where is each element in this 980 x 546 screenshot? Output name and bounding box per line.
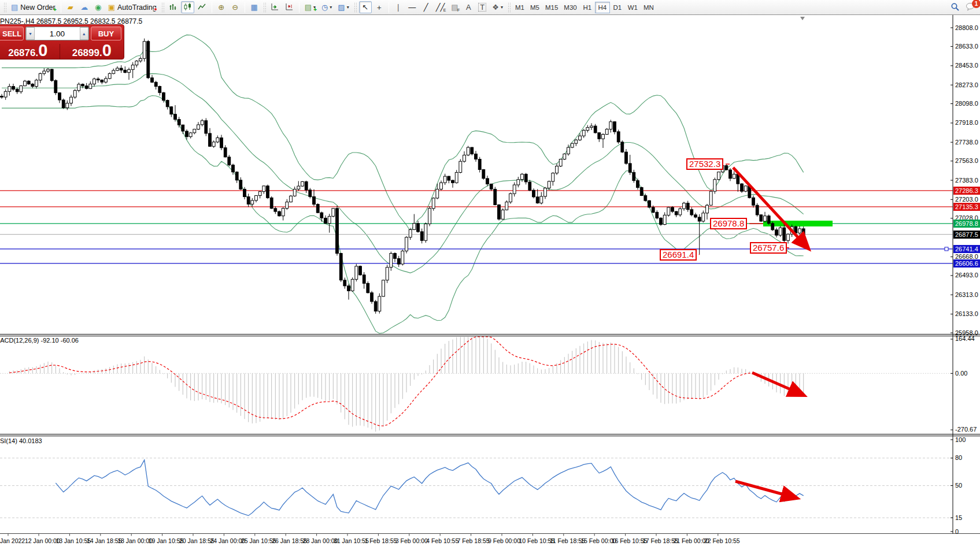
price-callout-27532.3[interactable]: 27532.3 [686, 158, 723, 170]
buy-button[interactable]: BUY [91, 27, 121, 40]
arrows-object-button[interactable]: ❖▾ [490, 1, 505, 13]
price-level-badge: 27135.3 [953, 203, 980, 211]
add-indicator-button[interactable]: ▤+▾ [302, 1, 318, 13]
price-callout-26757.6[interactable]: 26757.6 [750, 242, 787, 254]
cloud-icon: ☁ [80, 3, 88, 11]
bar-chart-button[interactable] [167, 1, 180, 13]
crosshair-button[interactable]: ＋ [373, 1, 386, 13]
rsi-axis-label: 0 [955, 528, 980, 535]
chart-canvas[interactable] [0, 15, 980, 546]
fibonacci-button[interactable]: ▤F [448, 1, 461, 13]
rsi-axis-label: 50 [955, 482, 980, 489]
new-order-button[interactable]: ▤+New Order [9, 1, 58, 13]
volume-input[interactable] [35, 28, 80, 39]
price-main-digits: 26876. [8, 47, 38, 59]
notifications-button[interactable]: 1 [963, 1, 978, 13]
time-axis-label: 7 Feb 18:55 [457, 537, 490, 544]
periods-dropdown-button[interactable]: ◷▾ [319, 1, 334, 13]
rsi-axis-label: 100 [955, 436, 980, 443]
bid-price-badge: 26877.5 [953, 231, 980, 239]
price-tick-label: 27738.0 [955, 139, 980, 146]
autotrading-status-dot [154, 8, 157, 11]
cursor-button[interactable]: ↖ [359, 1, 372, 13]
timeframe-button-mn[interactable]: MN [641, 2, 657, 13]
bar-chart-icon [169, 3, 177, 12]
timeframe-button-m30[interactable]: M30 [561, 2, 579, 13]
candlestick-chart-button[interactable] [181, 1, 194, 13]
time-axis-label: 25 Jan 10:55 [241, 537, 276, 544]
line-chart-button[interactable] [195, 1, 209, 13]
signals-icon-button[interactable]: ◉ [92, 1, 105, 13]
community-icon-button[interactable]: ☁ [78, 1, 91, 13]
price-last-digit: 0 [102, 43, 112, 58]
new-order-icon: ▤ [11, 3, 18, 11]
price-tick-label: 28098.0 [955, 100, 980, 107]
bollinger-bands [2, 35, 804, 333]
rsi-indicator-label: RSI(14) 40.0183 [0, 437, 42, 444]
zoom-in-icon: ⊕ [218, 3, 224, 11]
price-tick-label: 27383.0 [955, 177, 980, 184]
chart-shift-button[interactable] [283, 1, 296, 13]
time-axis-label: 24 Jan 00:00 [210, 537, 245, 544]
timeframe-button-d1[interactable]: D1 [610, 2, 625, 13]
price-callout-26978.8[interactable]: 26978.8 [710, 218, 747, 229]
hline-handle[interactable] [945, 247, 948, 251]
timeframe-button-h4[interactable]: H4 [595, 2, 610, 13]
time-axis-label: Jan 2022 [0, 537, 25, 544]
zoom-in-button[interactable]: ⊕ [215, 1, 228, 13]
timeframe-button-w1[interactable]: W1 [625, 2, 641, 13]
trend-arrow-1[interactable] [733, 168, 808, 248]
search-button[interactable] [948, 1, 962, 13]
horizontal-line-button[interactable]: — [406, 1, 419, 13]
time-axis-label: 4 Feb 10:55 [426, 537, 458, 544]
trend-arrow-3[interactable] [735, 481, 797, 498]
buy-price[interactable]: 26899.0 [62, 43, 121, 59]
icon-letter: E [443, 8, 446, 12]
price-tick-label: 28808.0 [955, 24, 980, 31]
volume-increase-button[interactable]: ▲ [80, 27, 88, 40]
tile-windows-icon: ▦ [251, 3, 258, 11]
equidistant-channel-button[interactable]: ╱╱E [434, 1, 448, 13]
zoom-out-button[interactable]: ⊖ [229, 1, 242, 13]
timeframe-button-m1[interactable]: M1 [512, 2, 527, 13]
autotrading-icon: ▣ [108, 3, 115, 11]
toolbar: ▤+New Order▰☁◉▣AutoTrading⊕⊖▦▤+▾◷▾▨▾↖＋｜—… [0, 0, 980, 15]
callout-connector [699, 254, 700, 255]
price-tick-label: 28273.0 [955, 81, 980, 88]
toolbar-separator [61, 2, 61, 13]
price-tick-label: 27918.0 [955, 119, 980, 126]
macd-indicator [0, 337, 953, 432]
deposit-icon-button[interactable]: ▰ [64, 1, 77, 13]
price-level-badge: 26978.8 [953, 220, 980, 228]
text-label-button[interactable]: T [476, 1, 489, 13]
price-tick-label: 27203.0 [955, 196, 980, 203]
macd-axis-label: 0.00 [955, 370, 980, 377]
vertical-line-icon: ｜ [394, 3, 402, 11]
price-last-digit: 0 [38, 43, 47, 58]
timeframe-button-m15[interactable]: M15 [542, 2, 561, 13]
timeframe-button-m5[interactable]: M5 [527, 2, 542, 13]
auto-scroll-button[interactable] [268, 1, 282, 13]
toolbar-separator [212, 2, 212, 13]
macd-indicator-label: MACD(12,26,9) -92.10 -60.06 [0, 337, 79, 344]
text-button[interactable]: A [462, 1, 475, 13]
trendline-icon: ╱ [424, 3, 428, 11]
vertical-line-button[interactable]: ｜ [392, 1, 405, 13]
chart-shift-marker[interactable] [800, 17, 805, 20]
volume-decrease-button[interactable]: ▼ [26, 27, 35, 40]
tile-windows-button[interactable]: ▦ [248, 1, 261, 13]
time-axis-label: 31 Jan 10:55 [334, 537, 369, 544]
time-axis-label: 13 Jan 10:55 [56, 537, 91, 544]
trendline-button[interactable]: ╱ [420, 1, 432, 13]
sell-price[interactable]: 26876.0 [0, 43, 58, 59]
timeframe-button-h1[interactable]: H1 [580, 2, 595, 13]
volume-stepper: ▼ ▲ [25, 27, 89, 40]
price-callout-26691.4[interactable]: 26691.4 [660, 249, 697, 261]
toolbar-separator [299, 2, 299, 13]
toolbar-separator [245, 2, 245, 13]
templates-dropdown-button[interactable]: ▨▾ [335, 1, 351, 13]
sell-button[interactable]: SELL [0, 27, 24, 40]
clock-icon: ◷ [321, 3, 328, 11]
signal-icon: ◉ [95, 3, 101, 11]
autotrading-button[interactable]: ▣AutoTrading [106, 1, 159, 13]
